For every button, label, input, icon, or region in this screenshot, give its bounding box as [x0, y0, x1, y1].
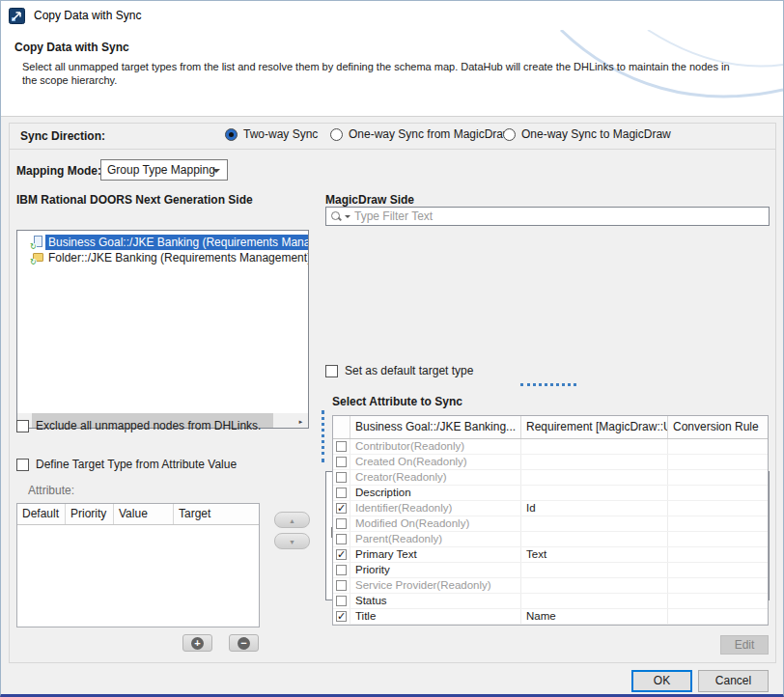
radio-two-way-sync[interactable]: Two-way Sync [225, 127, 318, 141]
cancel-button[interactable]: Cancel [698, 670, 769, 692]
tree-item-business-goal[interactable]: Business Goal::/JKE Banking (Requirement… [17, 235, 308, 250]
attr-rule [668, 547, 768, 562]
row-checkbox[interactable] [336, 441, 347, 452]
exclude-unmapped-label: Exclude all unmapped nodes from DHLinks. [36, 419, 261, 432]
row-checkbox[interactable] [336, 596, 347, 606]
col-source-attribute[interactable]: Business Goal::/JKE Banking... [350, 416, 521, 438]
attr-target [521, 439, 668, 454]
col-default[interactable]: Default [17, 504, 66, 524]
attr-target [521, 578, 668, 593]
priority-value-table: Default Priority Value Target [16, 503, 260, 627]
row-checkbox[interactable] [336, 457, 347, 467]
mapping-mode-dropdown[interactable]: Group Type Mapping [100, 159, 228, 181]
row-checkbox[interactable] [336, 503, 347, 514]
radio-one-way-from-magicdraw[interactable]: One-way Sync from MagicDraw [330, 127, 512, 141]
row-checkbox[interactable] [336, 488, 347, 498]
type-filter-box[interactable] [325, 207, 770, 226]
attr-rule [668, 439, 768, 454]
sync-attr-row-identifier[interactable]: Identifier(Readonly) Id [333, 501, 768, 516]
sync-attr-row-created-on[interactable]: Created On(Readonly) [333, 455, 768, 470]
attr-name: Status [355, 595, 387, 606]
attr-name: Created On(Readonly) [355, 456, 467, 467]
tree-item-folder[interactable]: Folder::/JKE Banking (Requirements Manag… [17, 250, 308, 265]
col-priority[interactable]: Priority [66, 504, 114, 524]
attr-target [521, 594, 668, 608]
doors-tree-list[interactable]: Business Goal::/JKE Banking (Requirement… [16, 230, 309, 429]
col-checkbox[interactable] [333, 416, 350, 438]
attr-rule [668, 563, 768, 577]
plus-icon [191, 637, 204, 650]
exclude-unmapped-checkbox[interactable]: Exclude all unmapped nodes from DHLinks. [16, 419, 261, 432]
doors-side-title: IBM Rational DOORS Next Generation Side [16, 193, 253, 207]
radio-one-way-to-magicdraw[interactable]: One-way Sync to MagicDraw [503, 127, 671, 141]
sync-attr-row-parent[interactable]: Parent(Readonly) [333, 532, 768, 547]
move-down-button[interactable] [274, 533, 310, 549]
sync-attr-row-description[interactable]: Description [333, 486, 768, 501]
folder-icon [31, 251, 45, 265]
attr-name: Creator(Readonly) [355, 471, 447, 483]
ok-button[interactable]: OK [631, 670, 692, 692]
radio-label: Two-way Sync [243, 127, 318, 141]
row-checkbox[interactable] [336, 518, 347, 529]
row-checkbox[interactable] [336, 549, 347, 560]
minus-icon [238, 637, 250, 650]
radio-icon [503, 128, 516, 141]
set-default-target-checkbox[interactable]: Set as default target type [325, 364, 473, 377]
type-filter-input[interactable] [354, 209, 760, 223]
attr-rule [668, 532, 768, 546]
attr-target [521, 516, 668, 531]
move-up-button[interactable] [274, 512, 310, 528]
col-value[interactable]: Value [114, 504, 174, 524]
attr-rule [668, 516, 768, 531]
magicdraw-side-title: MagicDraw Side [325, 193, 414, 207]
sync-attr-row-status[interactable]: Status [333, 594, 768, 609]
sync-attr-row-primary-text[interactable]: Primary Text Text [333, 547, 768, 563]
wizard-header: Copy Data with Sync Select all unmapped … [1, 30, 783, 117]
col-conversion-rule[interactable]: Conversion Rule [668, 416, 768, 438]
tree-item-label: Folder::/JKE Banking (Requirements Manag… [45, 250, 309, 265]
chevron-down-icon[interactable] [345, 215, 350, 221]
business-goal-icon [31, 236, 45, 249]
col-target[interactable]: Target [174, 504, 259, 524]
attr-name: Primary Text [355, 548, 417, 560]
sync-direction-label: Sync Direction: [20, 129, 105, 143]
copy-data-with-sync-dialog: Copy Data with Sync Copy Data with Sync … [0, 0, 784, 697]
row-checkbox[interactable] [336, 611, 347, 622]
sync-attr-row-contributor[interactable]: Contributor(Readonly) [333, 439, 768, 455]
scroll-right-arrow-icon[interactable] [294, 413, 308, 428]
radio-icon [330, 128, 343, 141]
define-target-type-checkbox[interactable]: Define Target Type from Attribute Value [16, 458, 237, 471]
attr-target: Name [521, 609, 668, 624]
row-checkbox[interactable] [336, 534, 347, 544]
attr-name: Title [355, 610, 376, 622]
checkbox-icon [16, 420, 29, 432]
edit-button[interactable]: Edit [720, 635, 769, 655]
attr-rule [668, 578, 768, 593]
sync-attr-row-service-provider[interactable]: Service Provider(Readonly) [333, 578, 768, 594]
checkbox-icon [16, 459, 29, 471]
remove-row-button[interactable] [229, 634, 259, 652]
sync-attr-row-modified-on[interactable]: Modified On(Readonly) [333, 516, 768, 532]
radio-label: One-way Sync from MagicDraw [349, 127, 512, 141]
attr-name: Priority [355, 564, 390, 575]
attr-name: Modified On(Readonly) [355, 517, 469, 529]
add-row-button[interactable] [182, 634, 212, 652]
sync-attr-row-title[interactable]: Title Name [333, 609, 768, 625]
sync-attr-row-priority[interactable]: Priority [333, 563, 768, 578]
attr-rule [668, 486, 768, 500]
row-checkbox[interactable] [336, 580, 347, 591]
attr-rule [668, 609, 768, 624]
vertical-splitter-handle[interactable] [322, 410, 324, 462]
horizontal-splitter-handle[interactable] [520, 383, 576, 386]
page-title: Copy Data with Sync [14, 41, 129, 54]
row-checkbox[interactable] [336, 472, 347, 483]
sync-attr-row-creator[interactable]: Creator(Readonly) [333, 470, 768, 486]
attr-target [521, 455, 668, 469]
col-target-attribute[interactable]: Requirement [MagicDraw::U... [521, 416, 668, 438]
sync-table-header: Business Goal::/JKE Banking... Requireme… [333, 416, 768, 439]
radio-label: One-way Sync to MagicDraw [521, 127, 671, 141]
attr-target [521, 563, 668, 577]
attr-target [521, 470, 668, 485]
row-checkbox[interactable] [336, 565, 347, 575]
priority-table-body[interactable] [17, 525, 259, 627]
